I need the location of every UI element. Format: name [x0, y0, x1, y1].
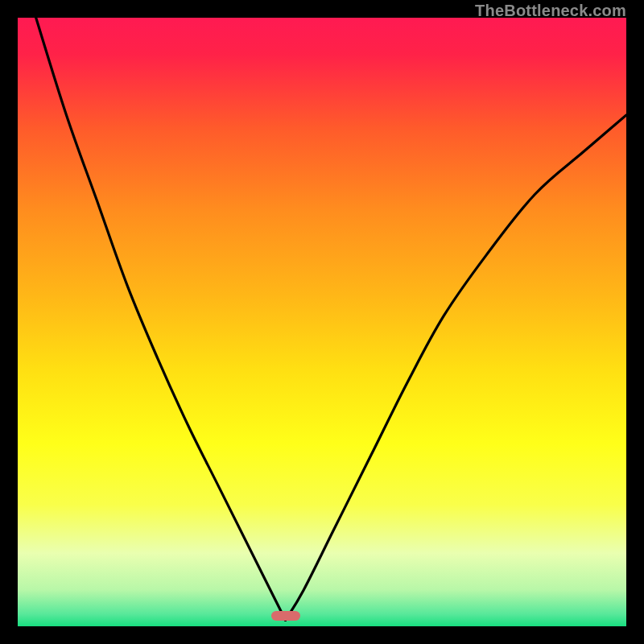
- gradient-background: [18, 18, 626, 626]
- chart-svg: [18, 18, 626, 626]
- plot-area: [18, 18, 626, 626]
- optimum-marker: [271, 611, 300, 621]
- right-curve: [286, 115, 626, 620]
- left-curve: [36, 18, 286, 620]
- chart-frame: TheBottleneck.com: [0, 0, 644, 644]
